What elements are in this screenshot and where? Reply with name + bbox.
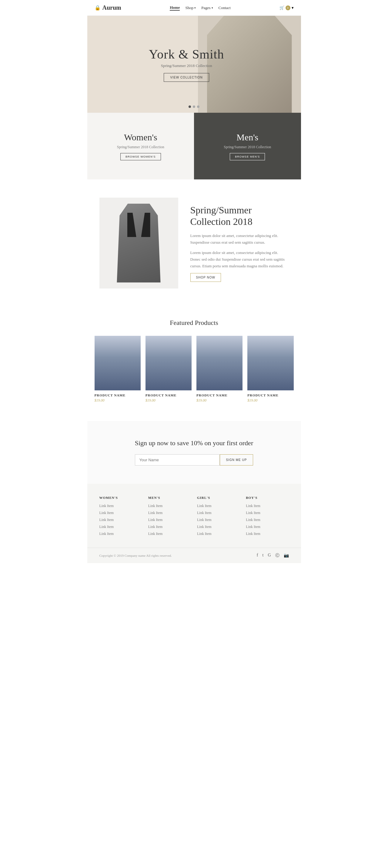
signup-title: Sign up now to save 10% on your first or… xyxy=(95,439,294,447)
nav-home[interactable]: Home xyxy=(170,5,180,10)
footer-girls-link-3[interactable]: Link Item xyxy=(197,518,240,522)
footer-boys-link-5[interactable]: Link Item xyxy=(246,532,289,536)
footer-col-girls: GIRL'S Link Item Link Item Link Item Lin… xyxy=(197,496,240,538)
footer-mens-link-1[interactable]: Link Item xyxy=(148,504,191,508)
hero-dots xyxy=(188,105,200,108)
shop-arrow-icon: ▾ xyxy=(194,6,196,9)
product-name-1: PRODUCT NAME xyxy=(95,393,141,397)
footer-boys-link-2[interactable]: Link Item xyxy=(246,511,289,515)
footer-col-womens: WOMEN'S Link Item Link Item Link Item Li… xyxy=(99,496,142,538)
pinterest-icon[interactable]: Ⓒ xyxy=(275,553,279,558)
product-card-1[interactable]: PRODUCT NAME $19.00 xyxy=(95,336,141,403)
category-split: Women's Spring/Summer 2018 Collection BR… xyxy=(87,113,301,179)
footer-womens-link-5[interactable]: Link Item xyxy=(99,532,142,536)
instagram-icon[interactable]: 📷 xyxy=(284,553,289,558)
feature-text-2: Lorem ipsum dolor sit amet, consectetur … xyxy=(190,249,289,270)
product-price-1: $19.00 xyxy=(95,398,141,403)
footer-girls-link-2[interactable]: Link Item xyxy=(197,511,240,515)
hero-title: York & Smith xyxy=(149,47,224,62)
footer-womens-link-3[interactable]: Link Item xyxy=(99,518,142,522)
footer-col-boys-title: BOY'S xyxy=(246,496,289,499)
product-img-inner-4 xyxy=(247,336,293,390)
footer-col-mens: MEN'S Link Item Link Item Link Item Link… xyxy=(148,496,191,538)
facebook-icon[interactable]: f xyxy=(257,553,258,558)
women-category-title: Women's xyxy=(124,132,157,143)
feature-content: Spring/Summer Collection 2018 Lorem ipsu… xyxy=(190,204,289,282)
logo-text: Aurum xyxy=(102,4,121,11)
women-category: Women's Spring/Summer 2018 Collection BR… xyxy=(87,113,194,179)
product-card-2[interactable]: PRODUCT NAME $19.00 xyxy=(146,336,191,403)
nav-contact[interactable]: Contact xyxy=(218,5,231,10)
product-image-2 xyxy=(146,336,191,390)
logo[interactable]: 🔒 Aurum xyxy=(95,4,121,11)
hero-content: York & Smith Spring/Summer 2018 Collecti… xyxy=(149,47,224,82)
footer-mens-link-2[interactable]: Link Item xyxy=(148,511,191,515)
hero-subtitle: Spring/Summer 2018 Collection xyxy=(149,63,224,68)
men-category-title: Men's xyxy=(236,132,258,143)
featured-section-title: Featured Products xyxy=(95,319,294,327)
footer-col-boys: BOY'S Link Item Link Item Link Item Link… xyxy=(246,496,289,538)
twitter-icon[interactable]: t xyxy=(262,553,263,558)
signup-name-input[interactable] xyxy=(135,454,220,466)
hero-cta-button[interactable]: VIEW COLLECTION xyxy=(164,73,209,82)
signup-button[interactable]: SIGN ME UP xyxy=(220,454,253,466)
product-card-3[interactable]: PRODUCT NAME $19.00 xyxy=(197,336,242,403)
footer-womens-link-4[interactable]: Link Item xyxy=(99,525,142,529)
pages-arrow-icon: ▾ xyxy=(212,6,213,9)
product-price-3: $19.00 xyxy=(197,398,242,403)
hero-dot-1[interactable] xyxy=(188,105,191,108)
footer-mens-link-3[interactable]: Link Item xyxy=(148,518,191,522)
navbar: 🔒 Aurum Home Shop ▾ Pages ▾ Contact 🛒 0 … xyxy=(87,0,301,16)
featured-products-section: Featured Products PRODUCT NAME $19.00 PR… xyxy=(87,307,301,421)
footer-main: WOMEN'S Link Item Link Item Link Item Li… xyxy=(87,484,301,548)
cart-icon: 🛒 xyxy=(279,5,284,10)
men-browse-button[interactable]: BROWSE MEN'S xyxy=(230,153,265,160)
lock-icon: 🔒 xyxy=(95,5,101,10)
product-name-3: PRODUCT NAME xyxy=(197,393,242,397)
product-image-4 xyxy=(247,336,293,390)
feature-section: Spring/Summer Collection 2018 Lorem ipsu… xyxy=(87,179,301,307)
feature-cta-button[interactable]: SHOP NOW xyxy=(190,273,221,282)
product-price-4: $19.00 xyxy=(247,398,293,403)
cart-badge: 0 xyxy=(286,5,290,10)
footer-boys-link-1[interactable]: Link Item xyxy=(246,504,289,508)
footer-girls-link-5[interactable]: Link Item xyxy=(197,532,240,536)
footer-boys-link-3[interactable]: Link Item xyxy=(246,518,289,522)
product-image-3 xyxy=(197,336,242,390)
men-category-subtitle: Spring/Summer 2018 Collection xyxy=(224,145,271,149)
product-name-4: PRODUCT NAME xyxy=(247,393,293,397)
jacket-image xyxy=(112,204,166,282)
hero-dot-2[interactable] xyxy=(193,105,195,108)
men-category: Men's Spring/Summer 2018 Collection BROW… xyxy=(194,113,301,179)
feature-text-1: Lorem ipsum dolor sit amet, consectetur … xyxy=(190,232,289,246)
footer-col-womens-title: WOMEN'S xyxy=(99,496,142,499)
women-category-subtitle: Spring/Summer 2018 Collection xyxy=(117,145,164,149)
hero-section: York & Smith Spring/Summer 2018 Collecti… xyxy=(87,16,301,113)
footer-mens-link-5[interactable]: Link Item xyxy=(148,532,191,536)
nav-pages[interactable]: Pages ▾ xyxy=(201,5,213,10)
product-name-2: PRODUCT NAME xyxy=(146,393,191,397)
product-img-inner-2 xyxy=(146,336,191,390)
feature-title: Spring/Summer Collection 2018 xyxy=(190,204,289,227)
product-card-4[interactable]: PRODUCT NAME $19.00 xyxy=(247,336,293,403)
women-browse-button[interactable]: BROWSE WOMEN'S xyxy=(120,153,161,160)
nav-shop[interactable]: Shop ▾ xyxy=(185,5,196,10)
google-icon[interactable]: G xyxy=(268,553,271,558)
footer-boys-link-4[interactable]: Link Item xyxy=(246,525,289,529)
footer-col-mens-title: MEN'S xyxy=(148,496,191,499)
footer-womens-link-1[interactable]: Link Item xyxy=(99,504,142,508)
product-img-inner-1 xyxy=(95,336,141,390)
footer-womens-link-2[interactable]: Link Item xyxy=(99,511,142,515)
footer-col-girls-title: GIRL'S xyxy=(197,496,240,499)
hero-dot-3[interactable] xyxy=(197,105,200,108)
product-image-1 xyxy=(95,336,141,390)
footer-girls-link-1[interactable]: Link Item xyxy=(197,504,240,508)
signup-section: Sign up now to save 10% on your first or… xyxy=(87,421,301,484)
products-grid: PRODUCT NAME $19.00 PRODUCT NAME $19.00 … xyxy=(95,336,294,403)
signup-form: SIGN ME UP xyxy=(95,454,294,466)
footer-mens-link-4[interactable]: Link Item xyxy=(148,525,191,529)
cart-button[interactable]: 🛒 0 ▾ xyxy=(279,5,294,10)
footer-girls-link-4[interactable]: Link Item xyxy=(197,525,240,529)
cart-dropdown-icon: ▾ xyxy=(292,5,294,10)
footer-copyright: Copyright © 2019 Company name All rights… xyxy=(99,554,172,557)
